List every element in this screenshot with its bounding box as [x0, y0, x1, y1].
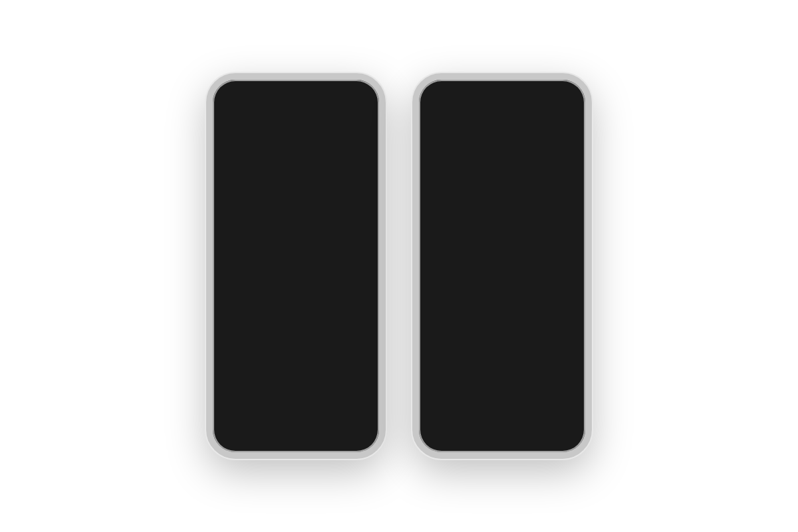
lens-icon-left: ◎ [357, 122, 364, 130]
thumbnail-right[interactable] [430, 416, 455, 436]
zoom-1x-right[interactable]: 1× [492, 380, 512, 400]
context-menu-left[interactable]: Copy Select All Look Up ▶ [219, 144, 372, 166]
svg-rect-3 [558, 382, 567, 383]
chevron-up-left[interactable]: ⌃ [300, 116, 319, 135]
hershey-main-text-left: Your support of Hershey is an opportunit… [231, 178, 361, 204]
chevron-up-right[interactable]: ⌃ [506, 116, 525, 135]
camera-controls-top-right: ⚡ 0.0 Indicated ⌃ RAW ◎ [419, 113, 585, 138]
lens-btn-right[interactable]: ◎ [557, 116, 576, 135]
shutter-btn-right[interactable] [485, 412, 519, 447]
ev-center-right: 0.0 Indicated [466, 118, 487, 134]
zoom-2x-left[interactable]: 2 [314, 380, 334, 400]
hershey-cursive2-right: for making a difference [438, 223, 567, 232]
flash-icon-right: ⚡ [433, 122, 442, 130]
ev-value-right: 0.0 [471, 118, 482, 126]
shutter-btn-left[interactable] [279, 412, 313, 447]
menu-more-arrow[interactable]: ▶ [354, 150, 372, 160]
look-up-menu-item[interactable]: Look Up [309, 144, 353, 166]
selection-cursor-line-right [426, 169, 428, 275]
dynamic-island-right [472, 86, 532, 105]
hershey-url-right: www.mhskids.org [438, 200, 567, 208]
lens-btn-left[interactable]: ◎ [351, 116, 370, 135]
copy-menu-item[interactable]: Copy [219, 144, 263, 166]
chevron-icon-left: ⌃ [307, 122, 313, 130]
ev-label-right: Indicated [466, 128, 487, 134]
svg-rect-0 [352, 382, 361, 383]
svg-rect-5 [558, 388, 563, 389]
chevron-icon-right: ⌃ [513, 122, 519, 130]
raw-badge-right[interactable]: RAW [530, 120, 552, 131]
shutter-row-right: ↺ [419, 412, 585, 447]
live-text-icon-left [350, 379, 362, 391]
svg-rect-4 [558, 384, 565, 386]
phone-right: ⚡ 0.0 Indicated ⌃ RAW ◎ [412, 73, 592, 459]
viewfinder-bg-right: MILTONFOUNDEDSCHOOL Swipe or tap to sele… [419, 138, 585, 366]
flash-button-left[interactable]: ⚡ [222, 116, 241, 135]
swipe-hint-right: Swipe or tap to select text. [419, 138, 585, 157]
shutter-row-left: ↺ [213, 412, 379, 447]
hershey-url-left: www.mhskids.org [231, 207, 361, 215]
lens-icon-right: ◎ [563, 122, 570, 130]
ev-center-left: 0.0 Indicated [259, 118, 281, 134]
dynamic-island-left [266, 86, 326, 105]
raw-badge-left[interactable]: RAW [324, 120, 346, 131]
flash-icon-left: ⚡ [227, 122, 236, 130]
viewfinder-left[interactable]: MILTONFOUNDEDSCHOOL Swipe or tap to sele… [213, 138, 379, 366]
viewfinder-bg-left: MILTONFOUNDEDSCHOOL Swipe or tap to sele… [213, 138, 379, 366]
zoom-05-left[interactable]: .5 [258, 380, 278, 400]
camera-bottom-left: .5 1× 2 SLO-MO VIDEO PHOTO PORTRAIT PANO [213, 366, 379, 452]
hershey-cursive2-left: for making a difference [231, 230, 361, 239]
flip-btn-left[interactable]: ↺ [348, 416, 367, 435]
hershey-cursive-left: Thank You [231, 217, 361, 230]
phone-screen-left: ⚡ 0.0 Indicated ⌃ RAW ◎ [213, 80, 379, 452]
camera-indicator-left [294, 89, 298, 93]
camera-indicator-right [500, 89, 504, 93]
ev-label-left: Indicated [259, 128, 281, 134]
svg-rect-2 [352, 388, 357, 389]
flash-button-right[interactable]: ⚡ [428, 116, 447, 135]
select-all-menu-item[interactable]: Select All [264, 144, 308, 166]
hershey-main-text-right: Your support of Hershey is an opportunit… [438, 172, 567, 198]
zoom-1x-left[interactable]: 1× [286, 380, 306, 400]
text-overlay-left: Your support of Hershey is an opportunit… [223, 172, 369, 245]
thumbnail-left[interactable] [223, 416, 249, 436]
live-text-icon-right [557, 379, 569, 391]
hershey-cursive-right: Thank You [438, 211, 567, 223]
live-text-btn-right[interactable] [552, 374, 573, 396]
svg-rect-1 [352, 384, 359, 386]
live-text-btn-left[interactable] [346, 374, 367, 396]
zoom-05-right[interactable]: .5 [464, 380, 484, 400]
phone-screen-right: ⚡ 0.0 Indicated ⌃ RAW ◎ [419, 80, 585, 452]
viewfinder-right[interactable]: MILTONFOUNDEDSCHOOL Swipe or tap to sele… [419, 138, 585, 366]
zoom-2x-right[interactable]: 2 [520, 380, 540, 400]
flip-btn-right[interactable]: ↺ [555, 416, 573, 435]
phone-left: ⚡ 0.0 Indicated ⌃ RAW ◎ [206, 73, 386, 459]
text-overlay-right: Your support of Hershey is an opportunit… [429, 165, 575, 239]
camera-controls-top-left: ⚡ 0.0 Indicated ⌃ RAW ◎ [213, 113, 379, 138]
selection-cursor-bottom-right [424, 273, 430, 278]
camera-bottom-right: .5 1× 2 SLO-MO VIDEO PHOTO PORTRAIT PANO [419, 366, 585, 452]
ev-value-left: 0.0 [265, 118, 276, 126]
